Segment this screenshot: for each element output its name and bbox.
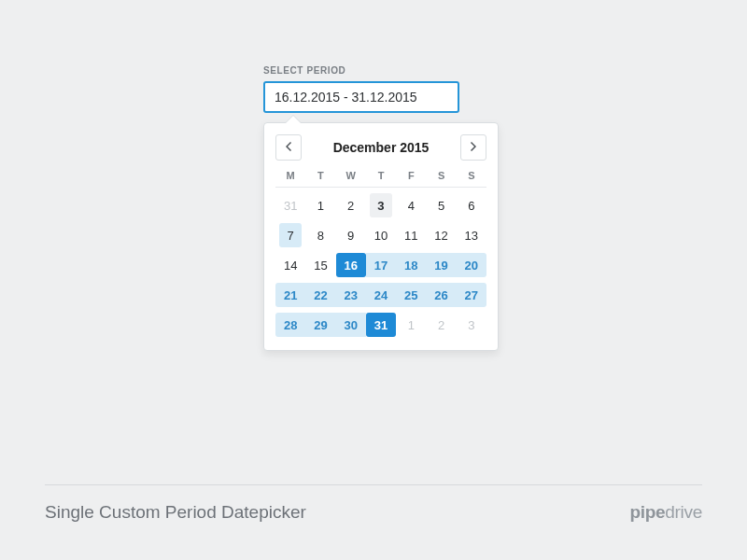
calendar-day[interactable]: 21 — [275, 283, 305, 307]
calendar-day[interactable]: 17 — [366, 253, 396, 277]
chevron-left-icon — [285, 141, 292, 154]
calendar-day[interactable]: 23 — [336, 283, 366, 307]
calendar-day[interactable]: 27 — [457, 283, 486, 307]
calendar-day[interactable]: 18 — [396, 253, 426, 277]
chevron-right-icon — [470, 141, 477, 154]
weekday-label: T — [366, 170, 396, 181]
calendar-week: 14151617181920 — [275, 253, 486, 279]
calendar-day[interactable]: 30 — [336, 313, 366, 337]
datepicker-popover: December 2015 MTWTFSS 311234567891011121… — [263, 122, 499, 351]
calendar-day[interactable]: 20 — [457, 253, 486, 277]
calendar-day[interactable]: 1 — [305, 193, 335, 217]
calendar-day[interactable]: 10 — [366, 223, 396, 247]
logo-drive: drive — [665, 502, 702, 522]
logo-pipe: pipe — [629, 502, 665, 522]
calendar-week: 28293031123 — [275, 313, 486, 339]
footer-caption: Single Custom Period Datepicker — [45, 502, 306, 523]
calendar-day[interactable]: 19 — [426, 253, 456, 277]
calendar-day[interactable]: 5 — [426, 193, 456, 217]
pipedrive-logo: pipedrive — [629, 502, 702, 523]
calendar-day[interactable]: 14 — [275, 253, 305, 277]
weekday-label: T — [305, 170, 335, 181]
calendar-day[interactable]: 25 — [396, 283, 426, 307]
calendar-week: 21222324252627 — [275, 283, 486, 309]
calendar-grid: 3112345678910111213141516171819202122232… — [275, 193, 486, 339]
calendar-day[interactable]: 13 — [457, 223, 486, 247]
calendar-day[interactable]: 7 — [279, 223, 302, 247]
weekday-label: S — [426, 170, 456, 181]
calendar-day[interactable]: 1 — [396, 313, 426, 337]
calendar-day[interactable]: 3 — [457, 313, 486, 337]
calendar-day[interactable]: 2 — [336, 193, 366, 217]
calendar-day[interactable]: 8 — [305, 223, 335, 247]
calendar-day[interactable]: 24 — [366, 283, 396, 307]
weekday-label: M — [275, 170, 305, 181]
weekday-label: W — [336, 170, 366, 181]
field-label: SELECT PERIOD — [263, 65, 486, 76]
calendar-week: 31123456 — [275, 193, 486, 219]
calendar-day[interactable]: 9 — [336, 223, 366, 247]
calendar-day[interactable]: 4 — [396, 193, 426, 217]
calendar-day[interactable]: 31 — [275, 193, 305, 217]
footer-divider — [45, 484, 702, 485]
weekday-label: F — [396, 170, 426, 181]
weekday-label: S — [457, 170, 486, 181]
calendar-day[interactable]: 26 — [426, 283, 456, 307]
calendar-day[interactable]: 28 — [275, 313, 305, 337]
calendar-day[interactable]: 29 — [305, 313, 335, 337]
calendar-day[interactable]: 12 — [426, 223, 456, 247]
calendar-day[interactable]: 2 — [426, 313, 456, 337]
calendar-week: 78910111213 — [275, 223, 486, 249]
calendar-day[interactable]: 22 — [305, 283, 335, 307]
calendar-day[interactable]: 11 — [396, 223, 426, 247]
weekday-header: MTWTFSS — [275, 170, 486, 188]
calendar-day[interactable]: 6 — [457, 193, 486, 217]
next-month-button[interactable] — [460, 134, 486, 161]
period-input[interactable] — [263, 81, 459, 113]
calendar-day[interactable]: 15 — [305, 253, 335, 277]
calendar-day[interactable]: 31 — [366, 313, 396, 337]
calendar-day[interactable]: 16 — [336, 253, 366, 277]
prev-month-button[interactable] — [275, 134, 302, 161]
month-title: December 2015 — [333, 140, 430, 155]
calendar-day[interactable]: 3 — [370, 193, 392, 217]
